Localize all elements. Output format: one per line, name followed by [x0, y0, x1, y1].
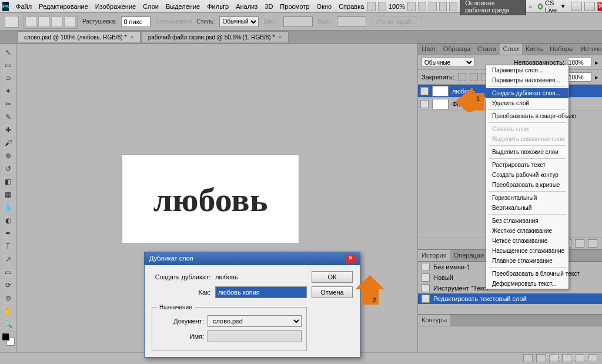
- color-swatches[interactable]: [2, 333, 15, 346]
- panel-tab[interactable]: Стили: [474, 44, 500, 55]
- shape-tool[interactable]: ▭: [2, 266, 15, 278]
- menu-справка[interactable]: Справка: [335, 3, 367, 10]
- document-tab[interactable]: слово.psd @ 100% (любовь, RGB/8) *×: [18, 31, 141, 42]
- opacity-input[interactable]: [568, 58, 591, 67]
- context-menu-item[interactable]: Преобразовать в смарт-объект: [486, 111, 568, 121]
- screen-mode-icon[interactable]: [449, 2, 457, 11]
- eyedropper-tool[interactable]: ✎: [2, 111, 15, 123]
- gradient-tool[interactable]: ▦: [2, 189, 15, 201]
- panel-tab[interactable]: Цвет: [418, 44, 440, 55]
- tab-close-icon[interactable]: ×: [130, 34, 133, 41]
- document-tab[interactable]: рабочий файл скрин.psd @ 50,8% (1, RGB/8…: [142, 31, 289, 42]
- menu-фильтр[interactable]: Фильтр: [203, 3, 232, 10]
- context-menu-item[interactable]: Выделить похожие слои: [486, 147, 568, 157]
- context-menu-item[interactable]: Удалить слой: [486, 98, 568, 108]
- lock-transparent-icon[interactable]: [458, 73, 466, 81]
- refine-edge-button[interactable]: Уточн. край...: [371, 16, 422, 27]
- delete-layer-icon[interactable]: [588, 239, 597, 248]
- document-canvas[interactable]: любовь: [122, 155, 299, 243]
- context-menu-item[interactable]: Создать рабочий контур: [486, 170, 568, 180]
- quick-select-tool[interactable]: ✦: [2, 85, 15, 97]
- context-menu-item[interactable]: Параметры наложения...: [486, 75, 568, 85]
- panel-tab[interactable]: Кисть: [522, 44, 546, 55]
- crop-tool[interactable]: ✂: [2, 98, 15, 110]
- menu-просмотр[interactable]: Просмотр: [276, 3, 313, 10]
- path-select-tool[interactable]: ↗: [2, 253, 15, 265]
- context-menu-item[interactable]: Создать дубликат слоя...: [486, 88, 568, 98]
- menu-окно[interactable]: Окно: [313, 3, 336, 10]
- arrange-docs-icon[interactable]: [439, 2, 447, 11]
- context-menu-item[interactable]: Жесткое сглаживание: [486, 226, 568, 236]
- foreground-color-swatch[interactable]: [2, 333, 10, 341]
- opacity-chevron-icon[interactable]: ▸: [595, 59, 598, 66]
- lasso-tool[interactable]: ⊃: [2, 72, 15, 84]
- zoom-tool-icon[interactable]: [418, 2, 426, 11]
- feather-input[interactable]: [121, 16, 150, 27]
- workspace-switcher[interactable]: Основная рабочая среда: [460, 0, 526, 15]
- cslive-button[interactable]: CS Live▾: [534, 0, 568, 14]
- layer-thumbnail[interactable]: [432, 99, 449, 109]
- panel-tab[interactable]: Источник кло: [577, 44, 602, 55]
- selection-subtract-icon[interactable]: [51, 16, 63, 27]
- context-menu-item[interactable]: Четкое сглаживание: [486, 236, 568, 246]
- context-menu-item[interactable]: Вертикальный: [486, 203, 568, 213]
- dialog-titlebar[interactable]: Дубликат слоя ✕: [145, 252, 360, 265]
- tool-preset-icon[interactable]: [5, 16, 19, 28]
- fill-path-icon[interactable]: [523, 354, 533, 362]
- 3d-tool[interactable]: ⟳: [2, 279, 15, 291]
- selection-add-icon[interactable]: [38, 16, 50, 27]
- maximize-button[interactable]: [584, 2, 595, 11]
- pen-tool[interactable]: ✒: [2, 228, 15, 239]
- selection-new-icon[interactable]: [25, 16, 37, 27]
- zoom-level[interactable]: 100%: [389, 3, 405, 10]
- layer-thumbnail[interactable]: T: [432, 86, 449, 96]
- context-menu-item[interactable]: Преобразовать в кривые: [486, 180, 568, 190]
- context-menu-item[interactable]: Горизонтальный: [486, 193, 568, 203]
- menu-выделение[interactable]: Выделение: [162, 3, 203, 10]
- lock-pixels-icon[interactable]: [470, 73, 478, 81]
- history-state[interactable]: Редактировать текстовый слой: [418, 293, 602, 304]
- panel-tab[interactable]: Слои: [500, 44, 523, 55]
- fill-input[interactable]: [568, 72, 591, 82]
- blend-mode-select[interactable]: Обычные: [422, 58, 474, 67]
- blur-tool[interactable]: 💧: [2, 202, 15, 213]
- menu-3d[interactable]: 3D: [261, 3, 276, 10]
- context-menu-item[interactable]: Деформировать текст...: [486, 279, 568, 289]
- document-select[interactable]: слово.psd: [208, 315, 302, 327]
- view-extras-icon[interactable]: [378, 2, 386, 11]
- selection-intersect-icon[interactable]: [64, 16, 76, 27]
- fill-chevron-icon[interactable]: ▸: [595, 74, 598, 81]
- history-brush-tool[interactable]: ↺: [2, 163, 15, 175]
- move-tool[interactable]: ↖: [2, 46, 15, 58]
- brush-tool[interactable]: 🖌: [2, 137, 15, 149]
- context-menu-item[interactable]: Преобразовать в блочный текст: [486, 269, 568, 279]
- context-menu-item[interactable]: Без сглаживания: [486, 216, 568, 226]
- history-tab[interactable]: Операции: [450, 250, 487, 261]
- context-menu-item[interactable]: Растрировать текст: [486, 160, 568, 170]
- launch-bridge-icon[interactable]: [367, 2, 376, 11]
- menu-слои[interactable]: Слои: [139, 3, 162, 10]
- style-select[interactable]: Обычный: [219, 16, 259, 27]
- type-tool[interactable]: T: [2, 241, 15, 252]
- menu-редактирование[interactable]: Редактирование: [35, 3, 92, 10]
- close-button[interactable]: ✕: [597, 2, 602, 11]
- ok-button[interactable]: ОК: [312, 271, 353, 283]
- context-menu-item[interactable]: Насыщенное сглаживание: [486, 246, 568, 256]
- context-menu-item[interactable]: Параметры слоя...: [486, 65, 568, 75]
- 3d-camera-tool[interactable]: ⊚: [2, 292, 15, 304]
- tab-paths[interactable]: Контуры: [418, 315, 450, 326]
- context-menu-item[interactable]: Плавное сглаживание: [486, 256, 568, 266]
- panel-tab[interactable]: Образцы: [440, 44, 474, 55]
- dodge-tool[interactable]: ◐: [2, 215, 15, 226]
- as-input[interactable]: [215, 286, 307, 298]
- zoom-tool[interactable]: 🔍: [2, 318, 15, 330]
- stamp-tool[interactable]: ⊛: [2, 150, 15, 162]
- minimize-button[interactable]: [571, 2, 581, 11]
- eraser-tool[interactable]: ◧: [2, 176, 15, 188]
- visibility-icon[interactable]: [420, 100, 429, 108]
- menu-анализ[interactable]: Анализ: [232, 3, 261, 10]
- dialog-close-button[interactable]: ✕: [346, 255, 355, 263]
- menu-изображение[interactable]: Изображение: [92, 3, 139, 10]
- menu-файл[interactable]: Файл: [12, 3, 35, 10]
- visibility-icon[interactable]: [420, 87, 429, 95]
